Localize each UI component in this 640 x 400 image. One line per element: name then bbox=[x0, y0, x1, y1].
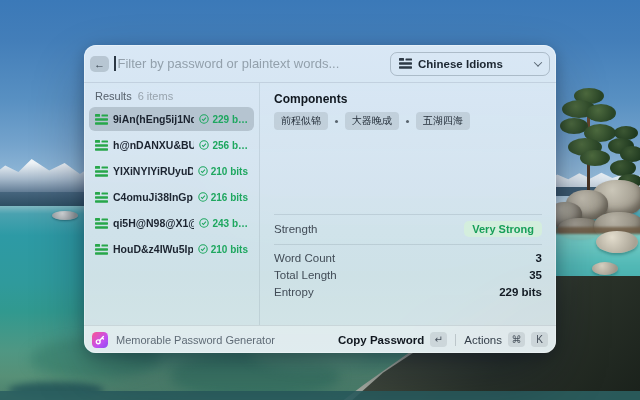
check-circle-icon bbox=[198, 192, 208, 202]
word-list-icon bbox=[399, 58, 412, 69]
actions-button[interactable]: Actions ⌘ K bbox=[464, 332, 548, 347]
password-generator-window: ← Chinese Idioms Results 6 items bbox=[84, 45, 556, 353]
password-row[interactable]: h@nDANXU&BUZHiS… 256 b… bbox=[89, 133, 254, 157]
word-list-icon bbox=[95, 218, 108, 229]
strength-row: Strength Very Strong bbox=[274, 215, 542, 244]
command-keycap: ⌘ bbox=[508, 332, 525, 347]
window-body: Results 6 items 9iAn(hEng5ij1NdAq1… 229 … bbox=[84, 83, 556, 325]
search-input[interactable] bbox=[116, 56, 391, 71]
detail-panel: Components 前程似锦 大器晚成 五湖四海 Strength Very … bbox=[260, 83, 556, 325]
password-text: h@nDANXU&BUZHiS… bbox=[113, 139, 194, 151]
password-text: 9iAn(hEng5ij1NdAq1… bbox=[113, 113, 194, 125]
check-circle-icon bbox=[199, 140, 209, 150]
password-text: C4omuJi38InGpoFu(… bbox=[113, 191, 193, 203]
chevron-down-icon bbox=[534, 58, 542, 66]
entropy-badge: 256 b… bbox=[199, 140, 248, 151]
footer-separator bbox=[455, 334, 456, 346]
entropy-text: 210 bits bbox=[211, 244, 248, 255]
metadata-label: Total Length bbox=[274, 269, 337, 281]
key-icon bbox=[95, 335, 105, 345]
word-list-icon bbox=[95, 166, 108, 177]
password-text: qi5H@N98@X1@$H… bbox=[113, 217, 194, 229]
metadata-value: 229 bits bbox=[499, 286, 542, 298]
password-row[interactable]: C4omuJi38InGpoFu(… 216 bits bbox=[89, 185, 254, 209]
password-text: YIXiNYIYiRUyuD3$h… bbox=[113, 165, 193, 177]
metadata-label: Word Count bbox=[274, 252, 335, 264]
word-list-icon bbox=[95, 244, 108, 255]
component-tag: 前程似锦 bbox=[274, 112, 328, 130]
metadata-row: Word Count 3 bbox=[274, 249, 542, 266]
entropy-badge: 210 bits bbox=[198, 166, 248, 177]
entropy-text: 210 bits bbox=[211, 166, 248, 177]
components-title: Components bbox=[260, 83, 556, 112]
results-list: 9iAn(hEng5ij1NdAq1… 229 b… h@nDANXU&BUZH… bbox=[84, 107, 259, 263]
metadata-label: Entropy bbox=[274, 286, 314, 298]
word-list-icon bbox=[95, 192, 108, 203]
strength-badge: Very Strong bbox=[464, 221, 542, 237]
results-count: 6 items bbox=[138, 90, 173, 102]
password-text: HouD&z4IWu5Ip!NG… bbox=[113, 243, 193, 255]
components-tags: 前程似锦 大器晚成 五湖四海 bbox=[260, 112, 556, 130]
word-list-icon bbox=[95, 140, 108, 151]
app-icon bbox=[92, 332, 108, 348]
metadata-section: Strength Very Strong Word Count 3 Total … bbox=[260, 214, 556, 300]
check-circle-icon bbox=[198, 166, 208, 176]
password-row[interactable]: YIXiNYIYiRUyuD3$h… 210 bits bbox=[89, 159, 254, 183]
results-label: Results bbox=[95, 90, 132, 102]
stats-list: Word Count 3 Total Length 35 Entropy 229… bbox=[274, 245, 542, 300]
dropdown-selected-value: Chinese Idioms bbox=[418, 58, 529, 70]
app-name: Memorable Password Generator bbox=[116, 334, 330, 346]
search-bar: ← Chinese Idioms bbox=[84, 45, 556, 83]
search-field-wrap bbox=[114, 56, 390, 71]
check-circle-icon bbox=[198, 244, 208, 254]
entropy-text: 243 b… bbox=[212, 218, 248, 229]
tag-separator-dot bbox=[406, 120, 409, 123]
copy-password-button[interactable]: Copy Password ↵ bbox=[338, 332, 447, 347]
entropy-badge: 216 bits bbox=[198, 192, 248, 203]
check-circle-icon bbox=[199, 114, 209, 124]
enter-keycap: ↵ bbox=[430, 332, 447, 347]
k-keycap: K bbox=[531, 332, 548, 347]
water-bottom-band bbox=[0, 391, 640, 400]
action-bar: Memorable Password Generator Copy Passwo… bbox=[84, 325, 556, 353]
actions-label: Actions bbox=[464, 334, 502, 346]
metadata-value: 3 bbox=[536, 252, 542, 264]
results-panel: Results 6 items 9iAn(hEng5ij1NdAq1… 229 … bbox=[84, 83, 260, 325]
entropy-badge: 210 bits bbox=[198, 244, 248, 255]
back-button[interactable]: ← bbox=[90, 56, 109, 72]
entropy-text: 216 bits bbox=[211, 192, 248, 203]
metadata-row: Total Length 35 bbox=[274, 266, 542, 283]
results-header: Results 6 items bbox=[84, 83, 259, 107]
password-row[interactable]: qi5H@N98@X1@$H… 243 b… bbox=[89, 211, 254, 235]
word-list-icon bbox=[95, 114, 108, 125]
password-row[interactable]: 9iAn(hEng5ij1NdAq1… 229 b… bbox=[89, 107, 254, 131]
metadata-value: 35 bbox=[529, 269, 542, 281]
metadata-row: Entropy 229 bits bbox=[274, 283, 542, 300]
small-rock-left bbox=[52, 211, 78, 220]
password-row[interactable]: HouD&z4IWu5Ip!NG… 210 bits bbox=[89, 237, 254, 261]
entropy-text: 229 b… bbox=[212, 114, 248, 125]
check-circle-icon bbox=[199, 218, 209, 228]
copy-password-label: Copy Password bbox=[338, 334, 424, 346]
boulder-in-water bbox=[596, 231, 638, 253]
entropy-badge: 229 b… bbox=[199, 114, 248, 125]
strength-label: Strength bbox=[274, 223, 317, 235]
component-tag: 大器晚成 bbox=[345, 112, 399, 130]
wordlist-dropdown[interactable]: Chinese Idioms bbox=[390, 52, 550, 76]
tag-separator-dot bbox=[335, 120, 338, 123]
arrow-left-icon: ← bbox=[94, 58, 105, 70]
entropy-badge: 243 b… bbox=[199, 218, 248, 229]
boulder-in-water-small bbox=[592, 262, 618, 275]
component-tag: 五湖四海 bbox=[416, 112, 470, 130]
entropy-text: 256 b… bbox=[212, 140, 248, 151]
